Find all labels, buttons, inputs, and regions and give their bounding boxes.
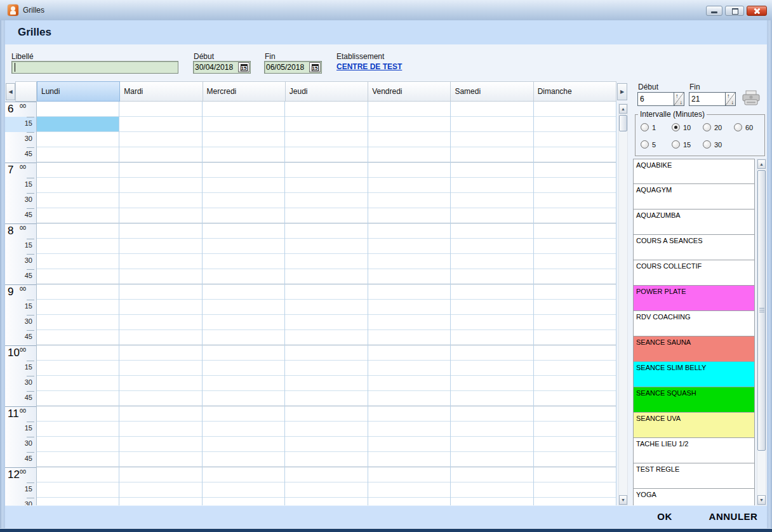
slot-dimanche-8-00[interactable] [534, 223, 616, 239]
slot-vendredi-6-00[interactable] [368, 102, 450, 117]
slot-vendredi-12-00[interactable] [368, 467, 450, 482]
slot-jeudi-7-30[interactable] [285, 193, 367, 208]
slot-lundi-8-00[interactable] [37, 223, 119, 239]
slot-jeudi-9-15[interactable] [285, 300, 367, 315]
slot-vendredi-8-15[interactable] [368, 239, 450, 254]
slot-dimanche-11-45[interactable] [534, 452, 616, 467]
activity-item[interactable]: TEST REGLE [633, 463, 755, 489]
slot-dimanche-9-30[interactable] [534, 315, 616, 330]
slot-lundi-7-15[interactable] [37, 178, 119, 193]
slot-mardi-7-30[interactable] [119, 193, 201, 208]
fin-hour-spinner[interactable]: ↑↓ [689, 92, 736, 106]
slot-lundi-10-45[interactable] [37, 391, 119, 406]
activity-item[interactable]: AQUAZUMBA [633, 209, 755, 235]
activity-item[interactable]: AQUAGYM [633, 184, 755, 209]
slot-lundi-9-00[interactable] [37, 284, 119, 300]
slot-lundi-6-45[interactable] [37, 147, 119, 163]
day-header-jeudi[interactable]: Jeudi [286, 81, 368, 102]
slot-mercredi-9-00[interactable] [203, 284, 284, 300]
slot-vendredi-7-30[interactable] [368, 193, 450, 208]
slot-mercredi-12-00[interactable] [203, 467, 284, 482]
slot-lundi-10-30[interactable] [37, 376, 119, 391]
slot-samedi-8-00[interactable] [451, 223, 533, 239]
slot-mercredi-8-00[interactable] [203, 223, 284, 239]
slot-jeudi-8-15[interactable] [285, 239, 367, 254]
slot-mardi-12-00[interactable] [119, 467, 201, 482]
slot-mercredi-8-15[interactable] [203, 239, 284, 254]
slot-vendredi-8-30[interactable] [368, 254, 450, 269]
slot-mercredi-12-15[interactable] [203, 482, 284, 498]
slot-jeudi-6-45[interactable] [285, 147, 367, 163]
grid-scroll-down-button[interactable]: ▼ [619, 495, 627, 505]
slot-samedi-9-00[interactable] [451, 284, 533, 300]
slot-dimanche-11-00[interactable] [534, 406, 616, 422]
slot-mardi-6-30[interactable] [119, 132, 201, 147]
day-header-samedi[interactable]: Samedi [451, 81, 533, 102]
slot-vendredi-8-45[interactable] [368, 269, 450, 284]
list-scrollbar-thumb[interactable] [757, 170, 766, 451]
slot-vendredi-6-45[interactable] [368, 147, 450, 163]
slot-lundi-7-45[interactable] [37, 208, 119, 223]
slot-samedi-11-15[interactable] [451, 422, 533, 437]
slot-jeudi-6-30[interactable] [285, 132, 367, 147]
slot-lundi-9-45[interactable] [37, 330, 119, 345]
slot-vendredi-9-00[interactable] [368, 284, 450, 300]
slot-jeudi-10-00[interactable] [285, 345, 367, 361]
fin-spinner-buttons[interactable]: ↑↓ [725, 93, 735, 105]
slot-jeudi-12-15[interactable] [285, 482, 367, 498]
slot-mardi-8-15[interactable] [119, 239, 201, 254]
slot-dimanche-7-00[interactable] [534, 163, 616, 178]
activity-item[interactable]: COURS A SEANCES [633, 235, 755, 260]
day-header-mercredi[interactable]: Mercredi [203, 81, 286, 102]
slot-mardi-8-30[interactable] [119, 254, 201, 269]
slot-samedi-12-15[interactable] [451, 482, 533, 498]
slot-dimanche-8-30[interactable] [534, 254, 616, 269]
slot-lundi-11-15[interactable] [37, 422, 119, 437]
slot-samedi-7-30[interactable] [451, 193, 533, 208]
slot-mercredi-10-15[interactable] [203, 361, 284, 376]
minimize-button[interactable] [706, 6, 722, 16]
slot-mercredi-9-45[interactable] [203, 330, 284, 345]
fin-date-field[interactable]: 15 [264, 61, 322, 74]
interval-radio-20[interactable]: 20 [703, 123, 734, 131]
slot-dimanche-10-00[interactable] [534, 345, 616, 361]
slot-jeudi-12-30[interactable] [285, 498, 367, 505]
slot-vendredi-10-15[interactable] [368, 361, 450, 376]
slot-mardi-9-15[interactable] [119, 300, 201, 315]
day-header-vendredi[interactable]: Vendredi [368, 81, 451, 102]
slot-dimanche-9-00[interactable] [534, 284, 616, 300]
slot-samedi-10-45[interactable] [451, 391, 533, 406]
slot-jeudi-8-00[interactable] [285, 223, 367, 239]
slot-dimanche-12-15[interactable] [534, 482, 616, 498]
ok-button[interactable]: OK [649, 511, 681, 522]
slot-mardi-12-15[interactable] [119, 482, 201, 498]
slot-jeudi-11-15[interactable] [285, 422, 367, 437]
slot-lundi-11-45[interactable] [37, 452, 119, 467]
interval-radio-5[interactable]: 5 [641, 140, 672, 149]
slot-jeudi-6-15[interactable] [285, 117, 367, 132]
slot-lundi-7-30[interactable] [37, 193, 119, 208]
day-header-mardi[interactable]: Mardi [120, 81, 203, 102]
slot-vendredi-10-00[interactable] [368, 345, 450, 361]
slot-samedi-6-30[interactable] [451, 132, 533, 147]
slot-vendredi-10-30[interactable] [368, 376, 450, 391]
slot-jeudi-9-30[interactable] [285, 315, 367, 330]
slot-vendredi-6-30[interactable] [368, 132, 450, 147]
slot-lundi-6-30[interactable] [37, 132, 119, 147]
slot-vendredi-8-00[interactable] [368, 223, 450, 239]
slot-dimanche-8-45[interactable] [534, 269, 616, 284]
list-scroll-down-button[interactable]: ▼ [757, 495, 766, 505]
slot-lundi-11-00[interactable] [37, 406, 119, 422]
slot-samedi-10-15[interactable] [451, 361, 533, 376]
slot-mardi-9-00[interactable] [119, 284, 201, 300]
slot-vendredi-12-15[interactable] [368, 482, 450, 498]
slot-mercredi-7-45[interactable] [203, 208, 284, 223]
activity-item[interactable]: AQUABIKE [633, 159, 755, 184]
debut-date-input[interactable] [194, 62, 238, 72]
slot-samedi-8-45[interactable] [451, 269, 533, 284]
interval-radio-60[interactable]: 60 [734, 123, 765, 131]
fin-calendar-button[interactable]: 15 [309, 62, 321, 72]
slot-mercredi-8-30[interactable] [203, 254, 284, 269]
debut-date-field[interactable]: 15 [193, 61, 251, 74]
debut-spinner-buttons[interactable]: ↑↓ [674, 93, 684, 105]
